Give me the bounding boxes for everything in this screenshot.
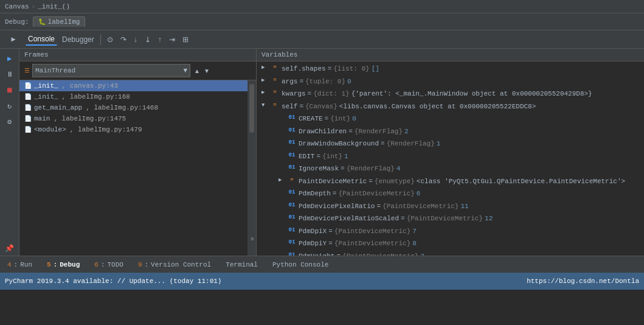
show-execution-point-btn[interactable]: ⊙: [105, 34, 116, 45]
var-row-kwargs[interactable]: ▶ = kwargs = {dict: 1} {'parent': <_main…: [257, 88, 644, 100]
thread-name: MainThread: [35, 67, 75, 74]
frame-item[interactable]: 📄 _init_ , labelImg.py:168: [19, 91, 248, 102]
terminal-tab[interactable]: Terminal: [223, 260, 260, 270]
var-type: {int}: [330, 114, 350, 124]
var-eq: =: [328, 64, 332, 74]
run-to-cursor-btn[interactable]: ⇥: [167, 34, 178, 45]
dict-icon: =: [270, 89, 280, 97]
var-row-pdmheight[interactable]: 01 PdmHeight = {PaintDeviceMetric} 2: [257, 250, 644, 256]
var-row-args[interactable]: ▶ = args = {tuple: 0} 0: [257, 75, 644, 88]
play-icon[interactable]: ▶: [2, 51, 17, 66]
var-value: []: [372, 64, 379, 74]
debug-tab-label: labelImg: [48, 18, 80, 26]
bottom-bar: 4 : Run 5 : Debug 6 : TODO 9 : Version C…: [0, 256, 644, 273]
stop-icon[interactable]: ⏹: [2, 83, 17, 97]
debugger-tab[interactable]: Debugger: [60, 34, 97, 45]
status-left: PyCharm 2019.3.4 available: // Update...…: [5, 278, 221, 285]
var-row-drawchildren[interactable]: 01 DrawChildren = {RenderFlag} 2: [257, 125, 644, 138]
var-value: 11: [460, 201, 468, 212]
var-eq: =: [299, 77, 303, 87]
expand-icon[interactable]: ▶: [261, 89, 270, 97]
frame-item[interactable]: 📄 <module> , labelImg.py:1479: [19, 124, 248, 135]
expand-icon[interactable]: ▶: [261, 77, 270, 85]
var-type: {RenderFlag}: [387, 139, 435, 149]
chevron-down-icon: ▼: [183, 67, 187, 74]
gear-icon[interactable]: ⚙: [2, 114, 17, 129]
version-control-tab[interactable]: 9 : Version Control: [136, 260, 213, 270]
var-name: CREATE: [299, 114, 323, 124]
var-eq: =: [376, 201, 381, 212]
var-eq: =: [336, 251, 341, 256]
pause-icon[interactable]: ⏸: [2, 67, 17, 82]
var-name: PdmHeight: [299, 251, 334, 256]
rerun-icon[interactable]: ↻: [2, 99, 17, 113]
frame-item[interactable]: 📄 get_main_app , labelImg.py:1468: [19, 102, 248, 113]
debug-bar: Debug: 🐛 labelImg: [0, 13, 644, 30]
step-over-btn[interactable]: ↷: [118, 34, 129, 45]
frames-scrollbar[interactable]: ⊞: [248, 80, 256, 256]
var-eq: =: [348, 127, 353, 137]
frame-doc-icon: 📄: [24, 115, 32, 122]
var-value: 2: [404, 127, 409, 137]
scroll-icon[interactable]: ⊞: [249, 234, 256, 243]
var-row-pdmdpiy[interactable]: 01 PdmDpiY = {PaintDeviceMetric} 8: [257, 237, 644, 250]
expand-icon[interactable]: ▼: [261, 102, 270, 110]
step-into-btn[interactable]: ↓: [131, 34, 140, 45]
expand-icon[interactable]: ▶: [261, 64, 270, 72]
var-eq: =: [308, 89, 312, 99]
frame-item[interactable]: 📄 _init_ , canvas.py:43: [19, 80, 248, 91]
resume-icon[interactable]: ▶: [6, 32, 21, 47]
frame-item[interactable]: 📄 main , labelImg.py:1475: [19, 113, 248, 124]
var-name: kwargs: [282, 89, 306, 99]
debug-tab[interactable]: 🐛 labelImg: [33, 16, 86, 27]
var-row-pdmdpix[interactable]: 01 PdmDpiX = {PaintDeviceMetric} 7: [257, 225, 644, 238]
var-value: <libs.canvas.Canvas object at 0x00000205…: [339, 102, 536, 112]
frame-name: main: [34, 115, 50, 122]
int-icon: 01: [287, 239, 297, 247]
var-row-pdmdevicepixelratio[interactable]: 01 PdmDevicePixelRatio = {PaintDeviceMet…: [257, 200, 644, 213]
frame-location: , labelImg.py:1479: [70, 126, 142, 133]
var-row-edit[interactable]: 01 EDIT = {int} 1: [257, 150, 644, 163]
var-row-self-shapes[interactable]: ▶ = self.shapes = {list: 0} []: [257, 63, 644, 75]
thread-selector[interactable]: MainThread ▼: [32, 64, 190, 77]
var-row-pdmdepth[interactable]: 01 PdmDepth = {PaintDeviceMetric} 6: [257, 187, 644, 200]
var-row-create[interactable]: 01 CREATE = {int} 0: [257, 113, 644, 125]
var-row-paintdevicemetric[interactable]: ▶ = PaintDeviceMetric = {enumtype} <clas…: [257, 175, 644, 188]
tab-num: 4: [7, 261, 12, 268]
var-name: PdmDevicePixelRatioScaled: [299, 214, 399, 224]
python-console-tab[interactable]: Python Console: [270, 260, 331, 270]
var-name: EDIT: [299, 152, 314, 162]
var-eq: =: [369, 176, 373, 187]
int-icon: 01: [287, 164, 297, 172]
variables-header: Variables: [257, 49, 644, 61]
var-name: DrawChildren: [299, 127, 347, 137]
var-row-drawwindowbg[interactable]: 01 DrawWindowBackground = {RenderFlag} 1: [257, 138, 644, 150]
nav-up-btn[interactable]: ▲: [193, 66, 201, 75]
nav-down-btn[interactable]: ▼: [203, 66, 211, 75]
var-eq: =: [328, 226, 333, 237]
debug-tab-bottom[interactable]: 5 : Debug: [44, 260, 82, 270]
step-out-btn[interactable]: ↑: [156, 34, 164, 45]
frame-name: get_main_app: [34, 104, 82, 111]
pin-icon[interactable]: 📌: [2, 241, 17, 256]
var-value: 12: [485, 214, 493, 224]
todo-tab[interactable]: 6 : TODO: [92, 260, 126, 270]
var-name: IgnoreMask: [299, 164, 339, 174]
var-name: PdmDepth: [299, 189, 331, 199]
console-tab[interactable]: Console: [26, 33, 57, 46]
frame-doc-icon: 📄: [24, 82, 32, 89]
var-value: 6: [417, 189, 421, 199]
run-tab[interactable]: 4 : Run: [5, 260, 35, 270]
enum-icon: =: [287, 176, 297, 185]
variables-content: ▶ = self.shapes = {list: 0} [] ▶ = args …: [257, 61, 644, 256]
step-into-my-code-btn[interactable]: ⤓: [142, 34, 153, 45]
var-row-pdmdevicepixelratioscaled[interactable]: 01 PdmDevicePixelRatioScaled = {PaintDev…: [257, 212, 644, 225]
var-row-self[interactable]: ▼ = self = {Canvas} <libs.canvas.Canvas …: [257, 100, 644, 113]
var-type: {PaintDeviceMetric}: [383, 201, 459, 212]
expand-icon[interactable]: ▶: [279, 176, 287, 185]
var-value: 7: [412, 226, 417, 237]
var-type: {tuple: 0}: [305, 77, 345, 87]
var-row-ignoremask[interactable]: 01 IgnoreMask = {RenderFlag} 4: [257, 162, 644, 175]
var-type: {int}: [322, 152, 342, 162]
evaluate-btn[interactable]: ⊞: [180, 34, 191, 45]
